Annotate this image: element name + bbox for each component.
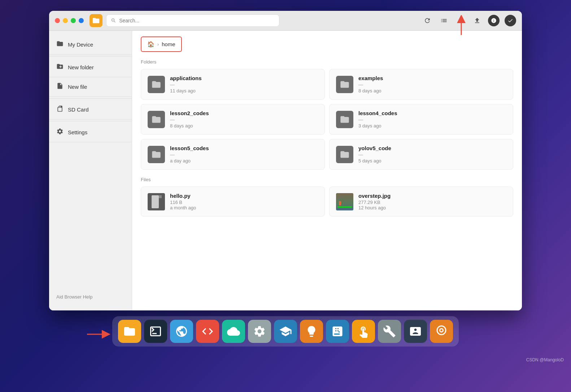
dock: [112, 316, 459, 347]
folder-icon-examples: [336, 76, 353, 93]
folder-yolov5-code[interactable]: yolov5_code — 5 days ago: [329, 139, 513, 170]
dock-icon-code[interactable]: [196, 320, 219, 343]
dock-icon-tools[interactable]: [378, 320, 401, 343]
titlebar: [49, 11, 522, 31]
dock-icon-file-manager[interactable]: [118, 320, 141, 343]
home-icon: 🏠: [147, 41, 154, 48]
info-icon: [491, 18, 497, 23]
folder-icon: [56, 40, 64, 49]
traffic-lights: [55, 18, 84, 23]
file-thumbnail-overstep: [336, 193, 353, 210]
sidebar-item-new-file[interactable]: New file: [49, 77, 132, 97]
folder-name-applications: applications: [170, 75, 318, 81]
dock-icon-touch[interactable]: [352, 320, 375, 343]
file-info-overstep: overstep.jpg 277.29 KB 12 hours ago: [358, 193, 506, 210]
file-plus-icon: [56, 82, 64, 91]
folder-dash-applications: —: [170, 82, 318, 87]
chevron-icon: ›: [157, 42, 159, 47]
refresh-button[interactable]: [422, 15, 433, 26]
sidebar-label-new-folder: New folder: [68, 64, 94, 70]
file-info-hello-py: hello.py 116 B a month ago: [170, 193, 318, 210]
folder-plus-icon: [56, 63, 64, 72]
dock-icon-app2[interactable]: [404, 320, 427, 343]
extra-button[interactable]: [79, 18, 84, 23]
folders-section-header: Folders: [141, 59, 513, 65]
upload-icon: [474, 17, 481, 24]
dock-icon-cloud[interactable]: [222, 320, 245, 343]
gear-icon: [56, 128, 64, 137]
arrow-annotation-up: [454, 15, 468, 38]
folder-icon-lesson2: [148, 111, 165, 128]
folder-lesson5-codes[interactable]: lesson5_codes — a day ago: [141, 139, 325, 170]
dock-icon-terminal[interactable]: [144, 320, 167, 343]
folder-info-applications: applications — 11 days ago: [170, 75, 318, 93]
upload-button[interactable]: [471, 15, 483, 26]
dock-icon-browser[interactable]: [170, 320, 193, 343]
dock-icon-settings[interactable]: [248, 320, 271, 343]
list-icon: [440, 17, 448, 24]
breadcrumb-row: 🏠 › home: [141, 36, 513, 52]
svg-rect-4: [159, 195, 162, 198]
search-icon: [111, 18, 116, 23]
folder-icon-lesson4: [336, 111, 353, 128]
file-icon-hello-py: [148, 193, 165, 210]
sidebar-label-settings: Settings: [68, 129, 87, 135]
folder-applications[interactable]: applications — 11 days ago: [141, 69, 325, 100]
dock-icon-lightbulb[interactable]: [300, 320, 323, 343]
folder-info-yolov5: yolov5_code — 5 days ago: [358, 145, 506, 164]
search-bar[interactable]: [106, 14, 279, 27]
window-body: My Device New folder New file SD: [49, 31, 522, 310]
folder-info-lesson5: lesson5_codes — a day ago: [170, 145, 318, 164]
check-button[interactable]: [505, 15, 516, 26]
dock-icon-app1[interactable]: [274, 320, 297, 343]
sidebar-item-my-device[interactable]: My Device: [49, 35, 132, 55]
folder-name-examples: examples: [358, 75, 506, 81]
folder-icon-yolov5: [336, 146, 353, 163]
minimize-button[interactable]: [63, 18, 68, 23]
sidebar-label-my-device: My Device: [68, 42, 93, 48]
main-content: 🏠 › home Folders applications — 11 days …: [132, 31, 522, 310]
sidebar-label-new-file: New file: [68, 84, 87, 90]
app-icon: [90, 14, 103, 27]
svg-rect-2: [152, 195, 159, 208]
sidebar-item-new-folder[interactable]: New folder: [49, 58, 132, 77]
folders-grid: applications — 11 days ago examples — 8 …: [141, 69, 513, 170]
sidebar-help: Aid Browser Help: [49, 288, 132, 306]
sd-card-icon: [56, 105, 64, 114]
dock-container: [112, 316, 459, 354]
search-input[interactable]: [119, 18, 275, 23]
checkmark-icon: [507, 18, 513, 23]
folder-lesson4-codes[interactable]: lesson4_codes — 3 days ago: [329, 104, 513, 135]
dock-arrow-annotation: [87, 329, 112, 341]
toolbar-right: [422, 15, 516, 26]
list-view-button[interactable]: [438, 15, 450, 26]
refresh-icon: [424, 17, 431, 24]
files-grid: hello.py 116 B a month ago overs: [141, 187, 513, 217]
sidebar-label-sd-card: SD Card: [68, 106, 89, 113]
breadcrumb[interactable]: 🏠 › home: [141, 36, 182, 52]
folder-lesson2-codes[interactable]: lesson2_codes — 8 days ago: [141, 104, 325, 135]
folder-icon-applications: [148, 76, 165, 93]
sidebar-item-sd-card[interactable]: SD Card: [49, 100, 132, 119]
file-hello-py[interactable]: hello.py 116 B a month ago: [141, 187, 325, 217]
folder-info-lesson2: lesson2_codes — 8 days ago: [170, 110, 318, 129]
main-window: My Device New folder New file SD: [49, 11, 522, 310]
dock-icon-calculator[interactable]: [326, 320, 349, 343]
folder-info-examples: examples — 8 days ago: [358, 75, 506, 93]
watermark: CSDN @MangoloD: [526, 357, 564, 362]
folder-date-applications: 11 days ago: [170, 88, 318, 93]
files-section-header: Files: [141, 177, 513, 182]
sidebar-item-settings[interactable]: Settings: [49, 123, 132, 142]
folder-info-lesson4: lesson4_codes — 3 days ago: [358, 110, 506, 129]
maximize-button[interactable]: [71, 18, 76, 23]
dock-icon-app3[interactable]: [430, 320, 453, 343]
info-button[interactable]: [488, 15, 500, 26]
folder-examples[interactable]: examples — 8 days ago: [329, 69, 513, 100]
sidebar: My Device New folder New file SD: [49, 31, 132, 310]
folder-icon-lesson5: [148, 146, 165, 163]
file-overstep-jpg[interactable]: overstep.jpg 277.29 KB 12 hours ago: [329, 187, 513, 217]
breadcrumb-path: home: [162, 41, 175, 47]
close-button[interactable]: [55, 18, 60, 23]
